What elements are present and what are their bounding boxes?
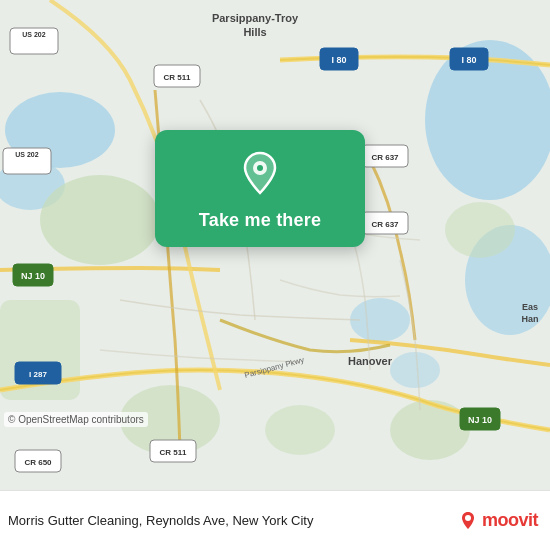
svg-text:Parsippany-Troy: Parsippany-Troy <box>212 12 299 24</box>
svg-text:CR 511: CR 511 <box>163 73 191 82</box>
bottom-bar: Morris Gutter Cleaning, Reynolds Ave, Ne… <box>0 490 550 550</box>
svg-text:Eas: Eas <box>522 302 538 312</box>
svg-text:NJ 10: NJ 10 <box>21 271 45 281</box>
svg-point-12 <box>445 202 515 258</box>
svg-text:CR 637: CR 637 <box>371 153 399 162</box>
svg-text:CR 511: CR 511 <box>159 448 187 457</box>
moovit-logo: moovit <box>458 510 538 531</box>
location-text: Morris Gutter Cleaning, Reynolds Ave, Ne… <box>8 513 458 528</box>
moovit-brand-text: moovit <box>482 510 538 531</box>
svg-point-10 <box>265 405 335 455</box>
take-me-there-card[interactable]: Take me there <box>155 130 365 247</box>
svg-text:Han: Han <box>521 314 538 324</box>
svg-text:US 202: US 202 <box>22 31 45 38</box>
svg-point-6 <box>390 352 440 388</box>
svg-text:I 80: I 80 <box>461 55 476 65</box>
svg-point-7 <box>40 175 160 265</box>
svg-text:I 287: I 287 <box>29 370 47 379</box>
map-container: US 202 US 202 I 80 I 80 NJ 10 NJ 10 CR 5… <box>0 0 550 490</box>
map-attribution: © OpenStreetMap contributors <box>4 412 148 427</box>
svg-text:US 202: US 202 <box>15 151 38 158</box>
take-me-there-button[interactable]: Take me there <box>199 210 321 231</box>
svg-text:Hills: Hills <box>243 26 266 38</box>
svg-text:I 80: I 80 <box>331 55 346 65</box>
moovit-pin-icon <box>458 511 478 531</box>
svg-text:CR 637: CR 637 <box>371 220 399 229</box>
svg-point-44 <box>257 165 263 171</box>
location-pin-icon <box>234 148 286 200</box>
svg-text:CR 650: CR 650 <box>24 458 52 467</box>
svg-point-45 <box>465 515 471 521</box>
svg-text:Hanover: Hanover <box>348 355 393 367</box>
bottom-info: Morris Gutter Cleaning, Reynolds Ave, Ne… <box>8 513 458 528</box>
svg-text:NJ 10: NJ 10 <box>468 415 492 425</box>
